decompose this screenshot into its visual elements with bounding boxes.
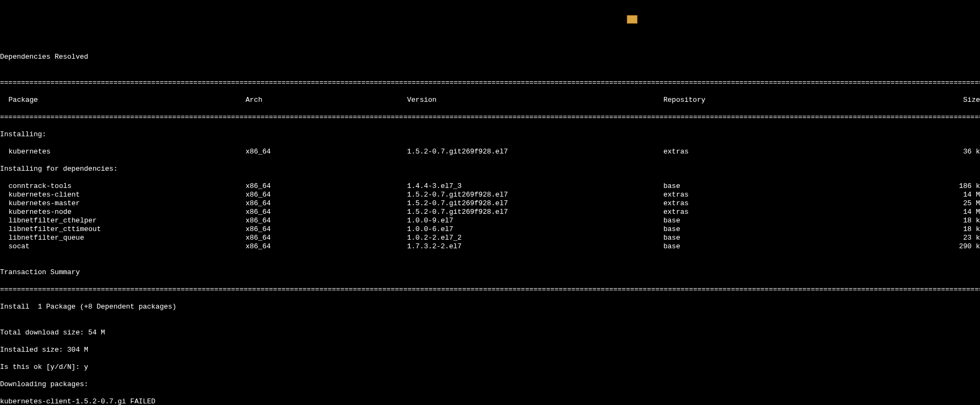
installed-size: Installed size: 304 M	[0, 346, 980, 354]
pkg-version: 1.4.4-3.el7_3	[407, 182, 663, 191]
pkg-name: kubernetes-node	[0, 208, 246, 217]
col-header-package: Package	[0, 96, 246, 104]
terminal-output[interactable]: Dependencies Resolved ==================…	[0, 43, 980, 405]
pkg-name: libnetfilter_cttimeout	[0, 225, 246, 234]
pkg-repo: extras	[663, 208, 825, 217]
pkg-size: 18 k	[825, 217, 980, 225]
package-row: conntrack-toolsx86_641.4.4-3.el7_3base18…	[0, 182, 980, 191]
pkg-repo: extras	[663, 191, 825, 199]
pkg-size: 23 k	[825, 234, 980, 242]
section-installing-deps: Installing for dependencies:	[0, 165, 980, 173]
col-header-version: Version	[407, 96, 663, 104]
pkg-size: 186 k	[825, 182, 980, 191]
pkg-repo: base	[663, 217, 825, 225]
download-failed: kubernetes-client-1.5.2-0.7.gi FAILED	[0, 397, 980, 405]
table-header-row: Package Arch Version Repository Size	[0, 96, 980, 104]
package-row: libnetfilter_cttimeoutx86_641.0.0-6.el7b…	[0, 225, 980, 234]
package-row: socatx86_641.7.3.2-2.el7base290 k	[0, 242, 980, 251]
pkg-version: 1.5.2-0.7.git269f928.el7	[407, 208, 663, 217]
package-row: libnetfilter_cthelperx86_641.0.0-9.el7ba…	[0, 217, 980, 225]
package-row: kubernetesx86_641.5.2-0.7.git269f928.el7…	[0, 148, 980, 156]
package-row: kubernetes-masterx86_641.5.2-0.7.git269f…	[0, 199, 980, 208]
separator-top: ========================================…	[0, 79, 980, 87]
downloading-packages: Downloading packages:	[0, 380, 980, 389]
pkg-version: 1.0.0-9.el7	[407, 217, 663, 225]
package-row: kubernetes-nodex86_641.5.2-0.7.git269f92…	[0, 208, 980, 217]
total-download-size: Total download size: 54 M	[0, 329, 980, 337]
pkg-repo: extras	[663, 148, 825, 156]
pkg-version: 1.7.3.2-2.el7	[407, 242, 663, 251]
install-count-line: Install 1 Package (+8 Dependent packages…	[0, 303, 980, 311]
section-installing: Installing:	[0, 130, 980, 139]
pkg-name: kubernetes-client	[0, 191, 246, 199]
package-row: kubernetes-clientx86_641.5.2-0.7.git269f…	[0, 191, 980, 199]
pkg-size: 14 M	[825, 191, 980, 199]
pkg-arch: x86_64	[246, 242, 407, 251]
pkg-arch: x86_64	[246, 148, 407, 156]
col-header-size: Size	[825, 96, 980, 104]
pkg-name: socat	[0, 242, 246, 251]
pkg-name: libnetfilter_cthelper	[0, 217, 246, 225]
pkg-version: 1.0.2-2.el7_2	[407, 234, 663, 242]
pkg-version: 1.5.2-0.7.git269f928.el7	[407, 191, 663, 199]
pkg-version: 1.0.0-6.el7	[407, 225, 663, 234]
pkg-name: conntrack-tools	[0, 182, 246, 191]
pkg-name: kubernetes	[0, 148, 246, 156]
pkg-arch: x86_64	[246, 225, 407, 234]
pkg-arch: x86_64	[246, 191, 407, 199]
pkg-repo: base	[663, 234, 825, 242]
pkg-name: kubernetes-master	[0, 199, 246, 208]
pkg-arch: x86_64	[246, 199, 407, 208]
separator-summary: ========================================…	[0, 285, 980, 294]
pkg-name: libnetfilter_queue	[0, 234, 246, 242]
pkg-arch: x86_64	[246, 234, 407, 242]
confirm-prompt: Is this ok [y/d/N]: y	[0, 363, 980, 372]
pkg-size: 18 k	[825, 225, 980, 234]
col-header-repository: Repository	[663, 96, 825, 104]
pkg-size: 290 k	[825, 242, 980, 251]
transaction-summary-heading: Transaction Summary	[0, 268, 980, 277]
pkg-version: 1.5.2-0.7.git269f928.el7	[407, 148, 663, 156]
pkg-arch: x86_64	[246, 217, 407, 225]
package-row: libnetfilter_queuex86_641.0.2-2.el7_2bas…	[0, 234, 980, 242]
pkg-arch: x86_64	[246, 182, 407, 191]
pkg-repo: base	[663, 242, 825, 251]
pkg-size: 25 M	[825, 199, 980, 208]
pkg-repo: base	[663, 182, 825, 191]
heading-deps-resolved: Dependencies Resolved	[0, 53, 980, 61]
pkg-version: 1.5.2-0.7.git269f928.el7	[407, 199, 663, 208]
mouse-cursor-icon	[627, 15, 638, 24]
pkg-size: 14 M	[825, 208, 980, 217]
pkg-arch: x86_64	[246, 208, 407, 217]
pkg-repo: extras	[663, 199, 825, 208]
col-header-arch: Arch	[246, 96, 407, 104]
pkg-size: 36 k	[825, 148, 980, 156]
separator-header: ========================================…	[0, 113, 980, 122]
pkg-repo: base	[663, 225, 825, 234]
